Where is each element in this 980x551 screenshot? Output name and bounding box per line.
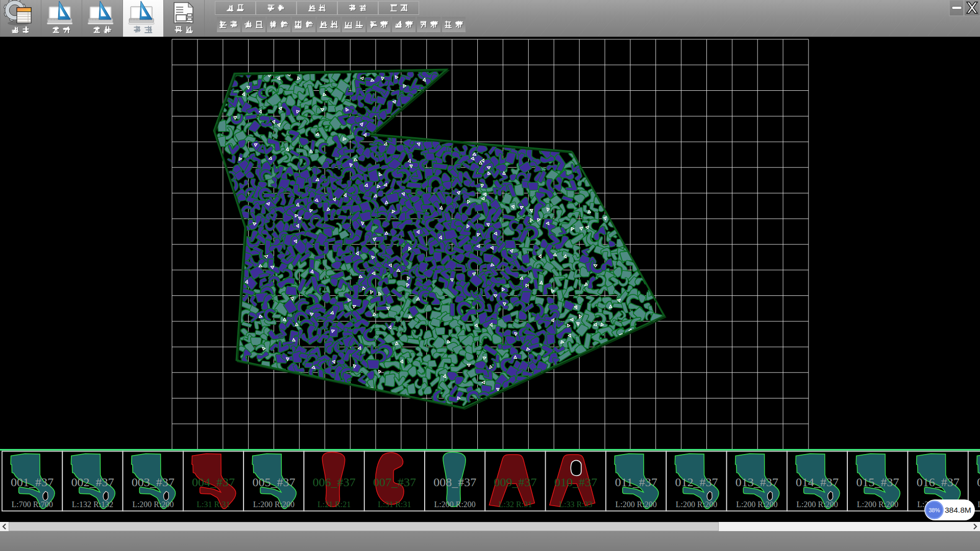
svg-text:011_#37: 011_#37 [615, 475, 657, 489]
svg-text:007_#37: 007_#37 [373, 475, 416, 489]
svg-text:L:200 R:200: L:200 R:200 [796, 500, 838, 509]
svg-text:L:31 R:31: L:31 R:31 [378, 500, 411, 509]
svg-text:L:200 R:200: L:200 R:200 [857, 500, 898, 509]
svg-text:L:700 R:700: L:700 R:700 [11, 500, 53, 509]
svg-text:L:32 R:31: L:32 R:31 [499, 500, 532, 509]
svg-text:001_#37: 001_#37 [11, 475, 54, 489]
svg-text:013_#37: 013_#37 [736, 475, 778, 489]
svg-text:005_#37: 005_#37 [252, 475, 295, 489]
svg-text:L:200 R:200: L:200 R:200 [616, 500, 657, 509]
svg-text:L:200 R:200: L:200 R:200 [253, 500, 295, 509]
svg-text:004_#37: 004_#37 [192, 475, 235, 489]
svg-text:015_#37: 015_#37 [856, 475, 899, 489]
svg-text:L:31 R:31: L:31 R:31 [197, 500, 230, 509]
svg-text:L:200 R:200: L:200 R:200 [977, 500, 980, 509]
svg-text:008_#37: 008_#37 [433, 475, 476, 489]
svg-text:384.8M: 384.8M [945, 506, 971, 514]
svg-text:L:200 R:200: L:200 R:200 [676, 500, 717, 509]
svg-text:38%: 38% [928, 507, 940, 513]
svg-text:L:132 R:132: L:132 R:132 [72, 500, 113, 509]
svg-text:017_#37: 017_#37 [977, 475, 980, 489]
svg-text:009_#37: 009_#37 [494, 475, 537, 489]
svg-text:L:200 R:200: L:200 R:200 [132, 500, 174, 509]
svg-text:002_#37: 002_#37 [71, 475, 114, 489]
svg-text:014_#37: 014_#37 [796, 475, 839, 489]
svg-text:012_#37: 012_#37 [675, 475, 718, 489]
svg-text:003_#37: 003_#37 [132, 475, 175, 489]
svg-text:016_#37: 016_#37 [917, 475, 960, 489]
svg-text:010_#37: 010_#37 [554, 475, 597, 489]
svg-text:006_#37: 006_#37 [313, 475, 356, 489]
svg-text:L:21 R:21: L:21 R:21 [317, 500, 351, 509]
svg-text:L:33 R:33: L:33 R:33 [559, 500, 592, 509]
svg-text:L:200 R:200: L:200 R:200 [736, 500, 777, 509]
svg-text:L:200 R:200: L:200 R:200 [434, 500, 476, 509]
